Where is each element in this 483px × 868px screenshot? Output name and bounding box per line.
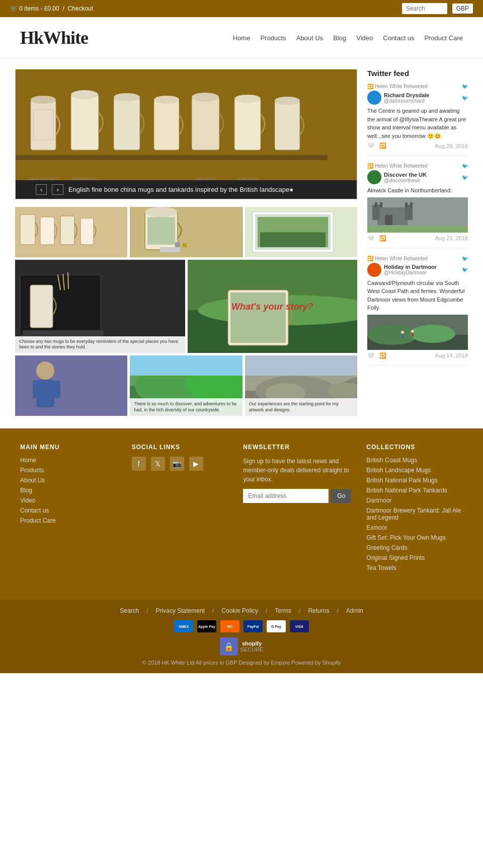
- currency-selector[interactable]: GBP: [452, 4, 473, 14]
- product-image-3[interactable]: [245, 207, 357, 257]
- collection-dartmoor[interactable]: Dartmoor: [366, 497, 463, 504]
- content-left: LAKE DISTRICT SNOWDONIA: [15, 69, 357, 418]
- footer-link-contact[interactable]: Contact us: [20, 507, 117, 514]
- retweet-label-2: 🔁Helen White Retweeted 🐦: [367, 163, 468, 169]
- search-input[interactable]: [402, 3, 447, 14]
- svg-rect-73: [380, 202, 382, 207]
- footer: MAIN MENU Home Products About Us Blog Vi…: [0, 428, 483, 600]
- collection-tea-towels[interactable]: Tea Towels: [366, 564, 463, 571]
- tweet-header-1: Richard Drysdale @dartmoorrichard 🐦: [367, 91, 468, 105]
- footer-link-blog[interactable]: Blog: [20, 487, 117, 494]
- nav-products[interactable]: Products: [260, 34, 286, 42]
- footer-bottom-links: Search / Privacy Statement / Cookie Poli…: [20, 607, 463, 614]
- mastercard-icon: MC: [220, 620, 239, 632]
- retweet-label-3: 🔁Helen White Retweeted 🐦: [367, 256, 468, 261]
- tweet-name-1: Richard Drysdale: [384, 92, 429, 98]
- svg-point-82: [401, 331, 404, 334]
- tweet-2: 🔁Helen White Retweeted 🐦 Discover the UK…: [367, 163, 468, 248]
- footer-terms-link[interactable]: Terms: [275, 607, 291, 614]
- shopify-badge: 🔒 shopify SECURE: [20, 637, 463, 656]
- footer-link-products[interactable]: Products: [20, 467, 117, 474]
- landscape-image-2[interactable]: Our experiences are the starting point f…: [245, 355, 357, 416]
- svg-rect-1: [16, 155, 328, 160]
- artist-image[interactable]: [15, 355, 127, 416]
- story-image[interactable]: What's your story?: [188, 260, 358, 353]
- twitter-icon[interactable]: 𝕏: [151, 457, 165, 471]
- footer-social-title: SOCIAL LINKS: [132, 444, 228, 451]
- twitter-feed: Twitter feed 🔁Helen White Retweeted 🐦 Ri…: [367, 69, 468, 366]
- collection-british-coast[interactable]: British Coast Mugs: [366, 457, 463, 464]
- collections-list: British Coast Mugs British Landscape Mug…: [366, 457, 463, 571]
- tweet-footer-2: 🤍🔁 Aug 23, 2018: [367, 235, 468, 242]
- svg-point-20: [275, 97, 300, 105]
- collection-gift-set[interactable]: Gift Set: Pick Your Own Mugs: [366, 534, 463, 541]
- collection-signed-prints[interactable]: Original Signed Prints: [366, 554, 463, 561]
- svg-point-84: [411, 330, 414, 333]
- svg-rect-9: [114, 97, 140, 150]
- svg-point-80: [367, 325, 418, 345]
- footer-link-video[interactable]: Video: [20, 497, 117, 504]
- svg-rect-25: [80, 218, 94, 245]
- collection-british-landscape[interactable]: British Landscape Mugs: [366, 467, 463, 474]
- footer-returns-link[interactable]: Returns: [308, 607, 329, 614]
- footer-admin-link[interactable]: Admin: [346, 607, 363, 614]
- footer-grid: MAIN MENU Home Products About Us Blog Vi…: [20, 444, 463, 574]
- svg-line-45: [68, 272, 68, 289]
- nav-contact[interactable]: Contact us: [383, 34, 414, 42]
- hero-prev[interactable]: ‹: [36, 184, 47, 195]
- footer-link-home[interactable]: Home: [20, 457, 117, 464]
- checkout-link[interactable]: Checkout: [67, 5, 93, 12]
- tweet-avatar-1: [367, 91, 381, 105]
- main-content: LAKE DISTRICT SNOWDONIA: [0, 59, 483, 428]
- svg-rect-31: [175, 242, 180, 247]
- product-image-1[interactable]: [15, 207, 127, 257]
- cart-info: 🛒 0 items - £0.00 / Checkout: [10, 5, 93, 12]
- footer-search-link[interactable]: Search: [120, 607, 139, 614]
- footer-collections: COLLECTIONS British Coast Mugs British L…: [366, 444, 463, 574]
- footer-link-product-care[interactable]: Product Care: [20, 517, 117, 524]
- footer-collections-title: COLLECTIONS: [366, 444, 463, 451]
- gpay-icon: G Pay: [267, 620, 286, 632]
- retweet-label-1: 🔁Helen White Retweeted 🐦: [367, 84, 468, 89]
- tweet-handle-3: @HolidayDartmoor: [384, 270, 437, 275]
- collection-exmoor[interactable]: Exmoor: [366, 524, 463, 531]
- hero-image: LAKE DISTRICT SNOWDONIA: [16, 69, 357, 180]
- nav-about[interactable]: About Us: [296, 34, 323, 42]
- newsletter-submit-button[interactable]: Go: [331, 489, 351, 503]
- svg-rect-37: [260, 232, 326, 247]
- youtube-icon[interactable]: ▶: [189, 457, 203, 471]
- landscape-caption-2: Our experiences are the starting point f…: [245, 398, 357, 416]
- footer-cookie-link[interactable]: Cookie Policy: [221, 607, 258, 614]
- main-nav: Home Products About Us Blog Video Contac…: [233, 34, 463, 42]
- nav-product-care[interactable]: Product Care: [424, 34, 463, 42]
- newsletter-email-input[interactable]: [243, 489, 329, 503]
- svg-rect-75: [410, 202, 413, 207]
- gift-box-image[interactable]: Choose any two mugs to be everyday remin…: [15, 260, 185, 353]
- svg-rect-23: [40, 217, 54, 245]
- hero-next[interactable]: ›: [52, 184, 63, 195]
- landscape-image-1[interactable]: There is so much to discover, and advent…: [130, 355, 242, 416]
- instagram-icon[interactable]: 📷: [170, 457, 184, 471]
- collection-greeting-cards[interactable]: Greeting Cards: [366, 544, 463, 551]
- nav-video[interactable]: Video: [356, 34, 373, 42]
- logo[interactable]: HkWhite: [20, 27, 88, 48]
- tweet-handle-1: @dartmoorrichard: [384, 98, 429, 104]
- svg-rect-30: [160, 247, 180, 252]
- footer-privacy-link[interactable]: Privacy Statement: [156, 607, 205, 614]
- tweet-name-2: Discover the UK: [384, 172, 427, 178]
- svg-rect-72: [375, 202, 377, 207]
- facebook-icon[interactable]: f: [132, 457, 146, 471]
- svg-rect-6: [71, 95, 99, 150]
- collection-national-park-tankards[interactable]: British National Park Tankards: [366, 487, 463, 494]
- nav-home[interactable]: Home: [233, 34, 251, 42]
- tweet-footer-3: 🤍🔁 Aug 14, 2018: [367, 352, 468, 359]
- svg-rect-16: [234, 99, 261, 150]
- hero-caption: English fine bone china mugs and tankard…: [68, 186, 293, 193]
- nav-blog[interactable]: Blog: [333, 34, 346, 42]
- svg-point-81: [410, 325, 455, 343]
- footer-link-about[interactable]: About Us: [20, 477, 117, 484]
- product-image-2[interactable]: [130, 207, 242, 257]
- collection-national-park-mugs[interactable]: British National Park Mugs: [366, 477, 463, 484]
- collection-dartmoor-brewery[interactable]: Dartmoor Brewery Tankard: Jail Ale and L…: [366, 507, 463, 521]
- hero-slider[interactable]: LAKE DISTRICT SNOWDONIA: [15, 69, 357, 199]
